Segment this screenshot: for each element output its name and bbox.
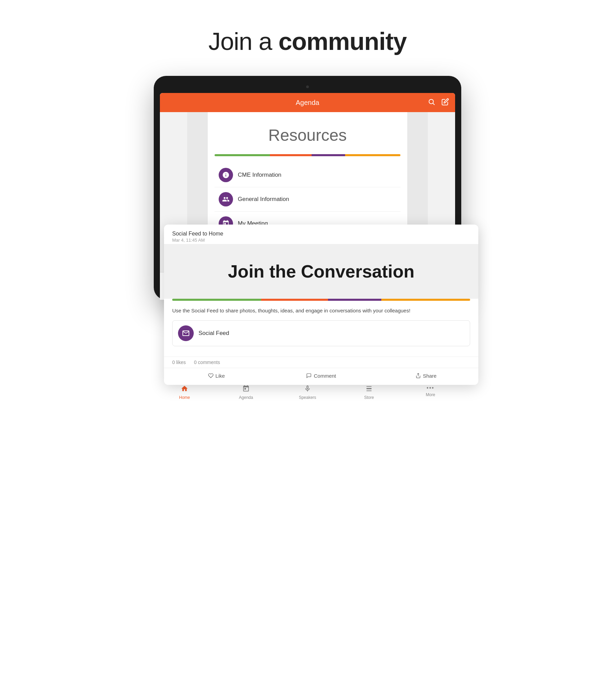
bottom-nav-agenda[interactable]: Agenda	[215, 384, 277, 401]
cme-information-item[interactable]: CME Information	[215, 163, 400, 187]
general-icon-circle	[219, 192, 233, 207]
social-feed-icon-circle	[178, 325, 194, 341]
join-conversation-title: Join the Conversation	[171, 261, 472, 282]
social-card-date: Mar 4, 11:45 AM	[172, 238, 470, 243]
cme-information-label: CME Information	[238, 172, 281, 178]
social-card-like-button[interactable]: Like	[164, 370, 269, 382]
sc-bar-green	[172, 299, 261, 301]
join-conversation-area: Join the Conversation	[164, 244, 478, 299]
bar-purple	[312, 154, 345, 156]
sc-bar-orange	[261, 299, 328, 301]
cme-icon-circle	[219, 168, 233, 182]
bottom-store-icon	[365, 385, 373, 394]
social-card-header: Social Feed to Home Mar 4, 11:45 AM	[164, 225, 478, 244]
sc-bar-gold	[381, 299, 470, 301]
social-card-actions: Like Comment Share	[164, 368, 478, 385]
social-card-comments: 0 comments	[194, 360, 220, 365]
social-feed-item[interactable]: Social Feed	[172, 320, 470, 346]
bottom-agenda-icon	[242, 385, 250, 394]
edit-icon[interactable]	[441, 98, 449, 107]
headline-bold: community	[278, 28, 406, 55]
social-card-body: Use the Social Feed to share photos, tho…	[164, 301, 478, 357]
bottom-nav-speakers[interactable]: Speakers	[277, 384, 338, 401]
bar-orange	[270, 154, 312, 156]
social-feed-item-label: Social Feed	[199, 330, 229, 337]
bottom-home-label: Home	[179, 395, 190, 400]
bottom-nav-more[interactable]: ••• More	[400, 384, 461, 401]
bar-green	[215, 154, 270, 156]
bottom-nav-store[interactable]: Store	[338, 384, 400, 401]
app-header-title: Agenda	[296, 99, 319, 107]
social-description: Use the Social Feed to share photos, tho…	[172, 307, 470, 315]
social-card-title: Social Feed to Home	[172, 231, 470, 237]
social-card-comment-button[interactable]: Comment	[269, 370, 374, 382]
bottom-nav-home[interactable]: Home	[154, 384, 215, 401]
tablet-wrapper: Agenda Resources	[120, 76, 495, 399]
resources-color-bar	[215, 154, 400, 156]
social-card-share-button[interactable]: Share	[374, 370, 478, 382]
social-card-stats: 0 likes 0 comments	[164, 357, 478, 368]
bottom-more-icon: •••	[427, 385, 435, 391]
app-header-icons	[428, 98, 449, 107]
bottom-speakers-label: Speakers	[299, 395, 316, 400]
sc-bar-purple	[328, 299, 381, 301]
social-feed-card: Social Feed to Home Mar 4, 11:45 AM Join…	[164, 225, 478, 385]
app-header: Agenda	[160, 93, 455, 112]
social-card-likes: 0 likes	[172, 360, 186, 365]
bottom-more-label: More	[426, 392, 435, 397]
page-headline: Join a community	[209, 27, 406, 55]
bottom-speakers-icon	[304, 385, 311, 394]
general-information-item[interactable]: General Information	[215, 187, 400, 212]
resources-title: Resources	[215, 126, 400, 145]
camera-dot	[306, 86, 309, 88]
search-icon[interactable]	[428, 98, 435, 107]
bottom-home-icon	[181, 385, 188, 394]
bar-gold	[345, 154, 400, 156]
social-card-color-bar	[172, 299, 470, 301]
svg-line-1	[433, 103, 434, 104]
general-information-label: General Information	[238, 196, 289, 203]
bottom-store-label: Store	[364, 395, 374, 400]
tablet-camera-bar	[160, 82, 455, 91]
bottom-agenda-label: Agenda	[239, 395, 253, 400]
headline-normal: Join a	[209, 28, 278, 55]
